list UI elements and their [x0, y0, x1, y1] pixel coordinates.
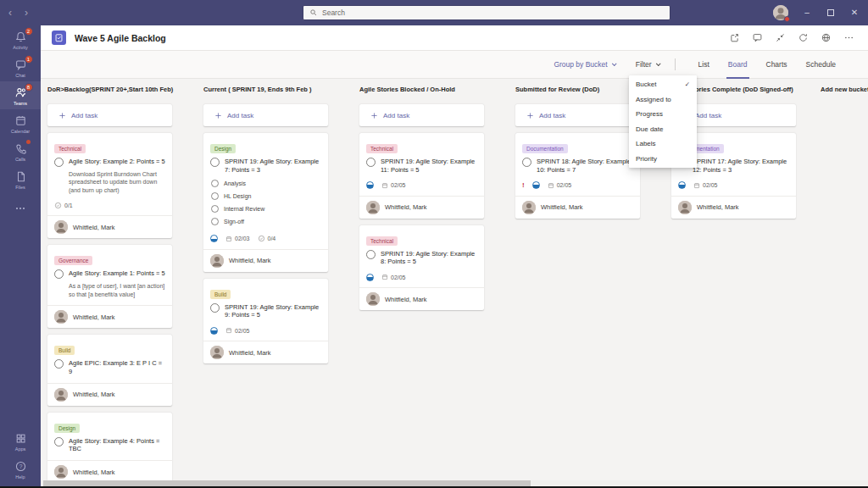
bucket-name[interactable]: DoR>Backlog(SPRINT 20+,Start 10th Feb)	[47, 86, 172, 93]
sidebar-item-activity[interactable]: 2 Activity	[0, 25, 41, 53]
go-to-website-icon[interactable]	[821, 32, 832, 43]
menu-item-due-date[interactable]: Due date	[629, 122, 697, 137]
bucket-name[interactable]: Agile Stories Blocked / On-Hold	[359, 86, 484, 93]
task-card[interactable]: Build Agile EPIC: Example 3: E P I C = 9…	[47, 335, 172, 406]
complete-checkbox[interactable]	[54, 269, 64, 279]
sidebar-item-more[interactable]	[0, 193, 41, 221]
plus-icon	[370, 112, 378, 119]
task-card[interactable]: Technical Agile Story: Example 2: Points…	[47, 133, 172, 238]
bucket-name[interactable]: Submitted for Review (DoD)	[515, 86, 640, 93]
complete-checkbox[interactable]	[210, 158, 220, 167]
complete-checkbox[interactable]	[210, 303, 220, 313]
complete-checkbox[interactable]	[54, 437, 64, 446]
menu-item-labels[interactable]: Labels	[629, 136, 697, 152]
due-date: 02/05	[693, 182, 718, 189]
back-button[interactable]: ‹	[8, 8, 12, 18]
task-card[interactable]: Design SPRINT 19: Agile Story: Example 7…	[203, 133, 328, 272]
rail-bottom: Apps ? Help	[0, 427, 41, 483]
plus-icon	[214, 112, 222, 119]
history-nav: ‹ ›	[8, 0, 28, 25]
tab-charts[interactable]: Charts	[757, 51, 797, 79]
task-card[interactable]: Documentation SPRINT 18: Agile Story: Ex…	[515, 133, 640, 219]
group-by-dropdown[interactable]: Group by Bucket	[554, 60, 615, 69]
add-task-button[interactable]: Add task	[515, 104, 640, 126]
checklist-item[interactable]: HL Design	[211, 192, 321, 200]
filter-dropdown[interactable]: Filter	[636, 60, 659, 69]
page-title: Wave 5 Agile Backlog	[75, 33, 166, 43]
label-badge: Design	[210, 144, 236, 153]
menu-item-assigned-to[interactable]: Assigned to	[629, 92, 697, 108]
tab-list[interactable]: List	[689, 51, 719, 79]
profile-avatar[interactable]	[773, 5, 788, 20]
assignee-row: Whitfield, Mark	[671, 196, 796, 219]
menu-item-priority[interactable]: Priority	[629, 152, 697, 167]
add-task-button[interactable]: Add task	[47, 104, 172, 126]
sidebar-item-calls[interactable]: Calls	[0, 137, 41, 165]
sidebar-item-label: Calls	[15, 157, 25, 162]
task-meta: 02/03 0/4	[210, 234, 321, 244]
maximize-button[interactable]	[826, 7, 836, 19]
assignee-row: Whitfield, Mark	[359, 287, 484, 310]
due-date: 02/05	[381, 182, 406, 189]
task-card[interactable]: Governance Agile Story: Example 1: Point…	[47, 245, 172, 328]
checklist-checkbox[interactable]	[211, 205, 219, 213]
checklist-label: HL Design	[224, 193, 251, 199]
chevron-down-icon	[655, 61, 660, 66]
more-options-icon[interactable]	[843, 32, 854, 43]
conversation-icon[interactable]	[752, 32, 763, 43]
task-card[interactable]: Build SPRINT 19: Agile Story: Example 9:…	[203, 279, 328, 364]
search-input[interactable]	[322, 8, 670, 17]
sidebar-item-calendar[interactable]: Calendar	[0, 109, 41, 137]
assignee-name: Whitfield, Mark	[385, 296, 427, 303]
bucket-name[interactable]: Current ( SPRINT 19, Ends 9th Feb )	[203, 86, 328, 93]
checklist-checkbox[interactable]	[211, 180, 219, 187]
sidebar-item-chat[interactable]: 1 Chat	[0, 53, 41, 81]
add-task-button[interactable]: Add task	[203, 104, 328, 126]
bucket-column: Agile Stories Blocked / On-Hold Add task…	[359, 86, 484, 310]
sidebar-item-help[interactable]: ? Help	[0, 455, 41, 483]
complete-checkbox[interactable]	[54, 158, 64, 167]
assignee-name: Whitfield, Mark	[73, 391, 115, 398]
task-card[interactable]: Design Agile Story: Example 4: Points = …	[47, 413, 172, 484]
checklist-checkbox[interactable]	[211, 192, 219, 200]
checklist-item[interactable]: Analysis	[211, 180, 321, 187]
menu-item-progress[interactable]: Progress	[629, 107, 697, 122]
sidebar-item-apps[interactable]: Apps	[0, 427, 41, 455]
horizontal-scrollbar[interactable]	[41, 480, 868, 486]
more-icon	[16, 202, 25, 214]
task-card[interactable]: Technical SPRINT 19: Agile Story: Exampl…	[359, 225, 484, 311]
task-card[interactable]: Technical SPRINT 19: Agile Story: Exampl…	[359, 133, 484, 219]
close-button[interactable]: ✕	[849, 7, 860, 19]
scrollbar-thumb[interactable]	[43, 480, 531, 486]
minimize-button[interactable]: –	[802, 7, 812, 19]
calls-dot-badge	[26, 140, 31, 144]
menu-item-bucket[interactable]: Bucket✓	[629, 77, 697, 92]
sidebar-item-teams[interactable]: 8 Teams	[0, 81, 41, 109]
avatar	[522, 201, 536, 214]
refresh-icon[interactable]	[798, 32, 809, 43]
checklist-icon	[54, 202, 62, 209]
complete-checkbox[interactable]	[366, 250, 376, 259]
checklist-checkbox[interactable]	[211, 218, 219, 225]
avatar	[210, 346, 224, 359]
calendar-icon	[693, 182, 700, 189]
collapse-tab-icon[interactable]	[775, 32, 786, 43]
checklist-item[interactable]: Sign-off	[211, 218, 321, 225]
complete-checkbox[interactable]	[522, 158, 531, 167]
tab-board[interactable]: Board	[719, 51, 757, 79]
in-progress-icon	[366, 181, 374, 189]
avatar	[54, 310, 68, 324]
search-bar[interactable]	[303, 5, 670, 20]
forward-button[interactable]: ›	[25, 8, 28, 18]
checklist-item[interactable]: Internal Review	[211, 205, 321, 213]
open-in-new-window-icon[interactable]	[729, 32, 740, 43]
sidebar-item-files[interactable]: Files	[0, 165, 41, 193]
add-new-bucket-button[interactable]: Add new bucket	[821, 86, 868, 93]
due-date: 02/05	[381, 274, 406, 280]
assignee-row: Whitfield, Mark	[203, 341, 328, 363]
tab-schedule[interactable]: Schedule	[797, 51, 845, 79]
complete-checkbox[interactable]	[54, 359, 64, 369]
calendar-icon	[381, 182, 388, 189]
add-task-button[interactable]: Add task	[359, 104, 484, 126]
complete-checkbox[interactable]	[366, 158, 376, 167]
